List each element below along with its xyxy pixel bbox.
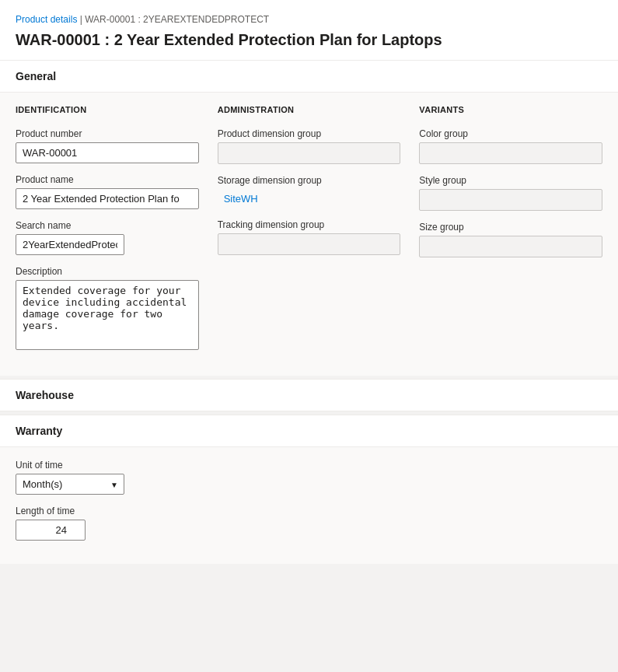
product-number-label: Product number — [16, 128, 199, 139]
product-name-input[interactable] — [16, 188, 199, 209]
warehouse-section-header: Warehouse — [0, 379, 618, 411]
warranty-section: Warranty Unit of time Month(s) Year(s) D… — [0, 415, 618, 564]
breadcrumb-link[interactable]: Product details — [16, 14, 77, 25]
length-of-time-input[interactable] — [16, 520, 86, 541]
administration-header: ADMINISTRATION — [218, 105, 401, 114]
general-section: General IDENTIFICATION Product number Pr… — [0, 60, 618, 376]
storage-dimension-label: Storage dimension group — [218, 175, 401, 186]
unit-of-time-select[interactable]: Month(s) Year(s) Day(s) Week(s) — [16, 474, 124, 495]
description-label: Description — [16, 266, 199, 277]
tracking-dimension-field[interactable] — [218, 233, 401, 255]
product-name-label: Product name — [16, 174, 199, 185]
storage-dimension-value[interactable]: SiteWH — [218, 189, 401, 208]
size-group-label: Size group — [419, 222, 602, 233]
description-textarea[interactable]: Extended coverage for your device includ… — [16, 280, 199, 350]
tracking-dimension-label: Tracking dimension group — [218, 219, 401, 230]
product-number-input[interactable] — [16, 142, 199, 163]
color-group-field[interactable] — [419, 142, 602, 164]
general-section-header: General — [0, 60, 618, 93]
search-name-input[interactable] — [16, 234, 124, 255]
variants-header: VARIANTS — [419, 105, 602, 114]
breadcrumb: Product details | WAR-00001 : 2YEAREXTEN… — [0, 6, 618, 28]
product-dimension-label: Product dimension group — [218, 128, 401, 139]
identification-header: IDENTIFICATION — [16, 105, 199, 114]
style-group-field[interactable] — [419, 189, 602, 211]
warehouse-section: Warehouse — [0, 379, 618, 411]
breadcrumb-current: WAR-00001 : 2YEAREXTENDEDPROTECT — [85, 14, 269, 25]
unit-of-time-label: Unit of time — [16, 460, 602, 471]
length-of-time-label: Length of time — [16, 506, 602, 516]
identification-column: IDENTIFICATION Product number Product na… — [16, 105, 199, 363]
style-group-label: Style group — [419, 175, 602, 186]
page-title: WAR-00001 : 2 Year Extended Protection P… — [0, 28, 618, 60]
unit-of-time-wrapper: Month(s) Year(s) Day(s) Week(s) ▼ — [16, 474, 124, 495]
color-group-label: Color group — [419, 128, 602, 139]
product-dimension-field[interactable] — [218, 142, 401, 164]
administration-column: ADMINISTRATION Product dimension group S… — [218, 105, 401, 363]
warranty-section-header: Warranty — [0, 415, 618, 447]
breadcrumb-separator: | — [80, 14, 82, 25]
size-group-field[interactable] — [419, 236, 602, 257]
search-name-label: Search name — [16, 220, 199, 231]
variants-column: VARIANTS Color group Style group Size gr… — [419, 105, 602, 363]
